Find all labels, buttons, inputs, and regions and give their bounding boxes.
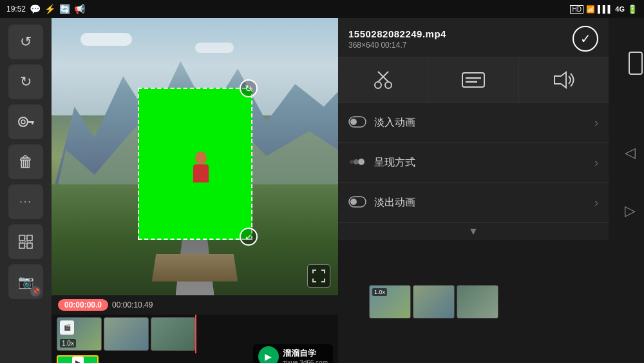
subtitles-button[interactable]	[428, 57, 518, 103]
key-icon	[17, 113, 35, 131]
nav-arrows: ◁ ▷	[616, 128, 644, 235]
rotate-handle-top[interactable]: ↻	[240, 79, 258, 97]
svg-rect-7	[27, 243, 32, 248]
toggle-icon-2	[348, 196, 366, 208]
fade-in-menu-item[interactable]: 淡入动画 ›	[338, 103, 609, 143]
align-icon	[17, 233, 35, 251]
battery-icon: 🔋	[627, 5, 638, 14]
delete-button[interactable]: 🗑	[8, 144, 43, 179]
camera-pin-button[interactable]: 📷 📌	[8, 264, 43, 299]
right-track-row: 1.0x	[343, 285, 603, 319]
present-mode-menu-item[interactable]: 呈现方式 ›	[338, 143, 609, 183]
watermark-brand: 溜溜自学	[283, 348, 328, 359]
fade-in-label: 淡入动画	[374, 116, 594, 130]
status-bar: 19:52 💬 ⚡ 🔄 📢 HD 📶 ▌▌▌ 4G 🔋	[0, 0, 644, 18]
redo-button[interactable]: ↻	[8, 64, 43, 99]
preview-area: ↻ ↙	[52, 18, 338, 295]
person-head	[195, 152, 207, 164]
watermark-logo: ▶	[258, 346, 279, 363]
watermark: ▶ 溜溜自学 zixue.3d66.com	[253, 344, 333, 363]
track-thumb-2	[104, 317, 149, 351]
svg-point-19	[350, 119, 357, 125]
undo-button[interactable]: ↺	[8, 25, 43, 59]
right-timeline-content: 1.0x	[338, 280, 609, 324]
svg-rect-5	[27, 235, 32, 240]
rotate-handle-bottom[interactable]: ↙	[240, 228, 258, 246]
hd-badge: HD	[570, 5, 583, 14]
svg-point-21	[354, 159, 359, 164]
battery-icon: ⚡	[44, 4, 55, 14]
watermark-logo-icon: ▶	[265, 351, 272, 362]
fade-in-icon	[348, 115, 366, 132]
current-time-badge: 00:00:00.0	[58, 299, 108, 311]
signal-icon: ▌▌▌	[598, 5, 612, 13]
present-mode-arrow: ›	[594, 156, 598, 170]
wechat-icon: 💬	[30, 4, 41, 14]
bridge	[152, 254, 238, 282]
status-right: HD 📶 ▌▌▌ 4G 🔋	[570, 5, 638, 14]
nav-next-button[interactable]: ▷	[618, 191, 641, 230]
dropdown-area: ▼	[338, 223, 609, 240]
file-header: 1550282082249.mp4 368×640 00:14.7 ✓	[338, 18, 609, 57]
fade-out-menu-item[interactable]: 淡出动画 ›	[338, 183, 609, 223]
right-panel: 1550282082249.mp4 368×640 00:14.7 ✓	[338, 18, 609, 363]
scissors-icon	[372, 68, 395, 92]
fullscreen-button[interactable]	[307, 264, 330, 288]
svg-rect-6	[19, 243, 24, 248]
4g-label: 4G	[615, 5, 625, 13]
next-arrow-icon: ▷	[625, 202, 636, 219]
track-icon-1: 🎬	[60, 320, 74, 335]
cloud-1	[80, 33, 132, 46]
svg-rect-14	[462, 73, 484, 87]
file-name: 1550282082249.mp4	[348, 28, 573, 39]
preview-background: ↻ ↙	[52, 18, 338, 295]
right-speed-label: 1.0x	[372, 288, 387, 296]
phone-home-button[interactable]	[629, 52, 643, 75]
svg-point-10	[375, 82, 381, 88]
end-time: 00:00:10.49	[112, 300, 153, 309]
secondary-track: ▶ ▶ 溜溜自学 zixue.3d66.com	[52, 353, 338, 363]
green-track-icon: ▶	[72, 357, 84, 363]
speed-label: 1.0x	[60, 339, 76, 348]
track-thumb-3	[151, 317, 196, 351]
cloud-2	[195, 43, 234, 53]
fade-out-arrow: ›	[594, 196, 598, 210]
subtitles-icon	[462, 72, 485, 88]
fullscreen-icon	[312, 270, 325, 282]
wifi-icon: 📶	[586, 5, 595, 14]
key-button[interactable]	[8, 104, 43, 139]
timeline-area: 00:00:00.0 00:00:10.49 🎬 1.0x ▶ ▶ 溜溜自学 z…	[52, 295, 338, 363]
cut-button[interactable]	[338, 57, 428, 103]
svg-point-24	[350, 199, 357, 205]
left-toolbar: ↺ ↻ 🗑 ··· 📷 📌	[0, 18, 52, 363]
pin-badge: 📌	[30, 286, 41, 297]
dropdown-arrow-icon: ▼	[468, 226, 478, 237]
file-meta: 368×640 00:14.7	[348, 41, 573, 50]
green-track: ▶	[57, 355, 99, 363]
green-screen	[138, 88, 252, 240]
present-mode-label: 呈现方式	[374, 156, 594, 170]
present-mode-icon	[348, 155, 366, 172]
watermark-url: zixue.3d66.com	[283, 359, 328, 364]
fade-out-label: 淡出动画	[374, 196, 594, 210]
check-icon: ✓	[580, 31, 591, 46]
timeline-row: 00:00:00.0 00:00:10.49	[52, 295, 338, 315]
volume-button[interactable]	[519, 57, 609, 103]
person-figure	[188, 152, 214, 190]
svg-rect-4	[19, 235, 24, 240]
svg-point-11	[385, 82, 392, 88]
nav-prev-button[interactable]: ◁	[618, 133, 641, 172]
svg-marker-17	[554, 72, 566, 88]
more-button[interactable]: ···	[8, 184, 43, 219]
confirm-button[interactable]: ✓	[573, 26, 598, 52]
right-track-thumb-1: 1.0x	[369, 285, 411, 319]
svg-point-0	[19, 117, 28, 126]
svg-point-22	[350, 160, 354, 164]
notification-icon: 📢	[74, 4, 85, 14]
align-button[interactable]	[8, 224, 43, 259]
update-icon: 🔄	[59, 4, 70, 14]
person-body	[193, 164, 209, 182]
status-left: 19:52 💬 ⚡ 🔄 📢	[6, 4, 85, 14]
fade-in-arrow: ›	[594, 116, 598, 130]
fade-out-icon	[348, 195, 366, 211]
